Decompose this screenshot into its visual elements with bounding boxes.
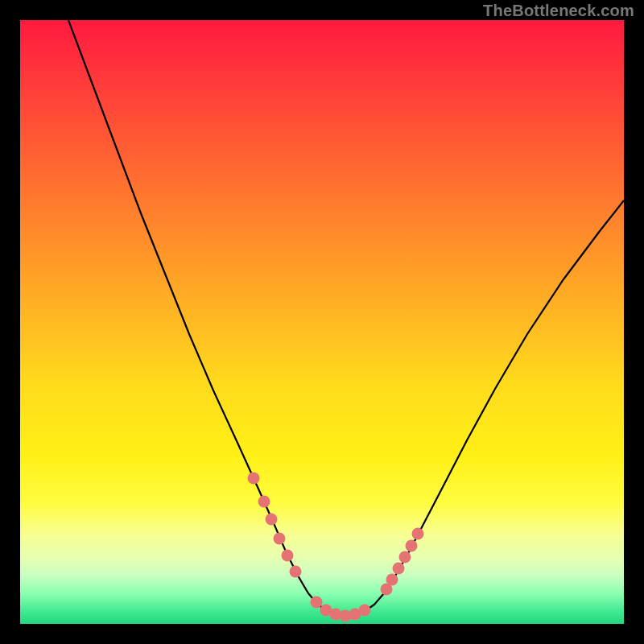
data-marker: [386, 574, 398, 586]
data-marker: [359, 605, 371, 617]
data-marker: [311, 597, 323, 609]
data-marker: [274, 533, 286, 545]
plot-area: [20, 20, 624, 624]
data-marker: [406, 540, 418, 552]
chart-stage: TheBottleneck.com: [0, 0, 644, 644]
watermark-text: TheBottleneck.com: [483, 2, 634, 20]
data-marker: [290, 566, 302, 578]
curve-left: [68, 20, 342, 616]
curve-right: [342, 200, 624, 616]
markers-group: [248, 473, 424, 622]
data-marker: [393, 563, 405, 575]
data-marker: [282, 550, 294, 562]
data-marker: [258, 496, 270, 508]
data-marker: [412, 528, 424, 540]
overlay-svg: [20, 20, 624, 624]
data-marker: [248, 473, 260, 485]
data-marker: [399, 551, 411, 564]
data-marker: [266, 514, 278, 526]
